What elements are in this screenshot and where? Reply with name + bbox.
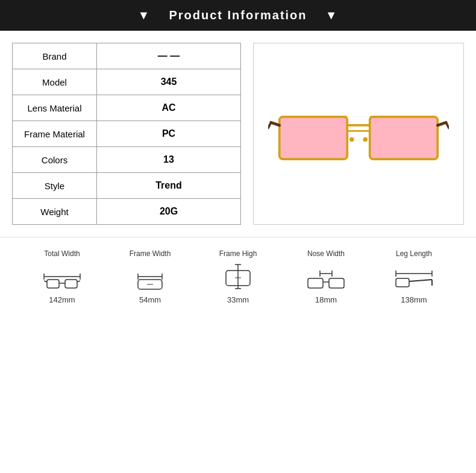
svg-rect-34 [329,278,344,288]
header-left-triangle: ▼ [137,8,151,22]
product-info-table-section: Brand— —Model345Lens MaterialACFrame Mat… [12,43,241,225]
dimension-label: Frame High [219,249,257,258]
main-content: Brand— —Model345Lens MaterialACFrame Mat… [0,31,476,231]
product-image-section [253,43,464,225]
table-cell-label: Weight [13,199,97,225]
table-cell-value: 13 [97,147,241,173]
svg-line-6 [271,122,280,125]
table-cell-label: Style [13,173,97,199]
dimension-value: 33mm [227,295,249,304]
dimension-item-total-width: Total Width 142mm [18,249,106,304]
dimension-label: Nose Width [307,249,345,258]
nose-width-icon [305,262,347,292]
table-cell-value: 345 [97,69,241,95]
table-row: Weight20G [13,199,241,225]
dimension-value: 142mm [49,295,75,304]
svg-point-11 [363,137,368,142]
svg-rect-33 [308,278,323,288]
table-row: Colors13 [13,147,241,173]
svg-line-40 [409,280,432,281]
dimension-value: 18mm [315,295,337,304]
dimension-item-frame-width: Frame Width 54mm [106,249,194,304]
table-cell-value: 20G [97,199,241,225]
frame-high-icon [217,262,259,292]
table-cell-label: Brand [13,43,97,69]
table-cell-label: Lens Material [13,95,97,121]
table-cell-value: PC [97,121,241,147]
frame-width-icon [129,262,171,292]
dimension-item-frame-high: Frame High 33mm [194,249,282,304]
dimension-label: Frame Width [130,249,171,258]
svg-rect-0 [280,117,348,159]
svg-line-8 [437,122,446,125]
dimensions-section: Total Width 142mmFrame Width 54mmFrame H… [0,237,476,310]
svg-point-10 [349,137,354,142]
page-header: ▼ Product Information ▼ [0,0,476,31]
dimension-item-leg-length: Leg Length 138mm [370,249,458,304]
table-cell-value: — — [97,43,241,69]
table-row: Model345 [13,69,241,95]
dimension-label: Leg Length [396,249,432,258]
svg-rect-16 [65,280,77,288]
table-cell-label: Model [13,69,97,95]
svg-rect-1 [370,117,438,159]
dimension-label: Total Width [44,249,80,258]
svg-line-19 [77,281,80,282]
svg-line-18 [44,281,47,282]
svg-rect-39 [396,278,409,287]
table-row: Brand— — [13,43,241,69]
header-right-triangle: ▼ [325,8,339,22]
header-title: Product Information [169,8,307,22]
table-cell-value: AC [97,95,241,121]
table-row: StyleTrend [13,173,241,199]
table-cell-value: Trend [97,173,241,199]
table-row: Lens MaterialAC [13,95,241,121]
table-cell-label: Colors [13,147,97,173]
svg-line-9 [446,122,449,128]
svg-line-7 [268,122,271,128]
table-cell-label: Frame Material [13,121,97,147]
table-row: Frame MaterialPC [13,121,241,147]
dimension-item-nose-width: Nose Width 18mm [282,249,370,304]
dimension-value: 138mm [401,295,427,304]
dimension-value: 54mm [139,295,161,304]
product-image [268,89,449,179]
svg-rect-15 [47,280,59,288]
total-width-icon [41,262,83,292]
leg-length-icon [393,262,435,292]
product-info-table: Brand— —Model345Lens MaterialACFrame Mat… [12,43,241,225]
